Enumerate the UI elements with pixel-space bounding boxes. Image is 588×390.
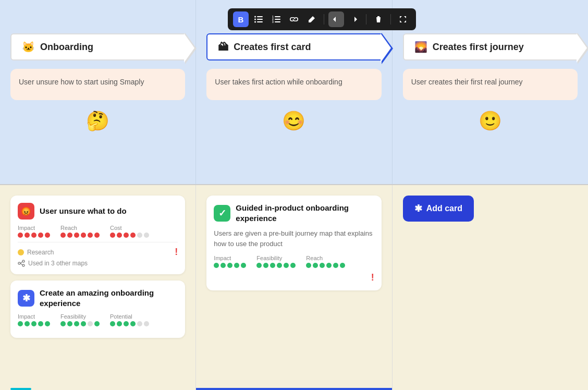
- dot: [88, 233, 93, 238]
- dot: [38, 321, 43, 326]
- desc-box-onboarding: User unsure how to start using Smaply: [10, 69, 185, 100]
- tag-dot-yellow: [18, 249, 24, 255]
- dot: [124, 321, 129, 326]
- tag-research: Research: [18, 249, 54, 256]
- metric-impact-guided: Impact: [214, 255, 246, 268]
- dot: [284, 263, 289, 268]
- svg-point-12: [18, 262, 20, 264]
- toolbar-divider-1: [324, 14, 324, 25]
- dot: [24, 233, 30, 238]
- add-card-button[interactable]: ✱ Add card: [403, 196, 474, 222]
- dot: [67, 233, 72, 238]
- metric-potential-amazing: Potential: [110, 313, 149, 326]
- emoji-creates-first-card: 😊: [206, 100, 381, 142]
- svg-rect-8: [275, 21, 280, 22]
- dot: [333, 263, 338, 268]
- dot: [277, 263, 282, 268]
- tag-label-research: Research: [27, 249, 54, 256]
- dot: [45, 233, 50, 238]
- dot: [290, 263, 296, 268]
- used-in-label: Used in 3 other maps: [18, 260, 178, 267]
- guided-desc-text: Users are given a pre-built journey map …: [214, 228, 374, 249]
- bullet-list-button[interactable]: [251, 11, 266, 27]
- bottom-column-3: ✱ Add card: [393, 185, 588, 390]
- dot: [144, 321, 149, 326]
- metric-label-feasibility-guided: Feasibility: [256, 255, 296, 261]
- card-user-unsure[interactable]: 😡 User unsure what to do Impact: [10, 196, 185, 274]
- desc-text-onboarding: User unsure how to start using Smaply: [19, 78, 144, 86]
- emoji-creates-first-journey: 🙂: [403, 100, 578, 142]
- stage-title-creates-first-card: Creates first card: [234, 42, 311, 53]
- onboarding-icon: 🐱: [22, 41, 35, 53]
- exclamation-guided: !: [371, 272, 374, 283]
- desc-text-creates-first-journey: User creates their first real journey: [411, 78, 523, 86]
- dots-cost: [110, 233, 149, 238]
- column-onboarding: 🐱 Onboarding User unsure how to start us…: [0, 0, 196, 184]
- card-create-amazing-onboarding[interactable]: ✱ Create an amazing onboarding experienc…: [10, 281, 185, 338]
- dots-impact: [18, 233, 50, 238]
- dot: [31, 233, 36, 238]
- dot: [74, 233, 79, 238]
- dot: [18, 321, 23, 326]
- stage-header-onboarding[interactable]: 🐱 Onboarding: [10, 33, 185, 60]
- metric-label-feasibility-amazing: Feasibility: [60, 313, 100, 320]
- dot: [18, 233, 23, 238]
- svg-point-5: [254, 21, 256, 23]
- dot: [124, 233, 129, 238]
- dot: [340, 263, 345, 268]
- metrics-row-user-unsure: Impact Reach: [18, 225, 178, 238]
- dot: [227, 263, 232, 268]
- creates-first-card-icon: 🏔: [218, 41, 228, 53]
- dot: [270, 263, 275, 268]
- stage-header-creates-first-journey[interactable]: 🌄 Creates first journey: [403, 33, 578, 60]
- exclamation-icon: !: [175, 247, 178, 258]
- column-creates-first-journey: 🌄 Creates first journey User creates the…: [393, 0, 588, 184]
- dot: [117, 321, 122, 326]
- dot: [313, 263, 318, 268]
- dot: [137, 321, 142, 326]
- svg-text:3: 3: [272, 20, 274, 23]
- metrics-row-amazing: Impact Feasibility: [18, 313, 178, 326]
- stage-title-creates-first-journey: Creates first journey: [433, 42, 524, 53]
- dot: [110, 233, 115, 238]
- dot: [38, 233, 43, 238]
- svg-line-16: [20, 263, 22, 265]
- link-button[interactable]: [286, 11, 302, 27]
- metric-reach-guided: Reach: [306, 255, 345, 268]
- delete-button[interactable]: [371, 11, 386, 27]
- dot: [45, 321, 50, 326]
- metric-reach: Reach: [60, 225, 100, 238]
- dot: [234, 263, 239, 268]
- dot: [81, 233, 86, 238]
- dot: [60, 233, 66, 238]
- back-button[interactable]: [328, 11, 344, 27]
- dot: [256, 263, 262, 268]
- metrics-row-guided: Impact Feasibility: [214, 255, 374, 268]
- dot: [74, 321, 79, 326]
- metric-feasibility-guided: Feasibility: [256, 255, 296, 268]
- bold-button[interactable]: B: [233, 11, 249, 27]
- expand-button[interactable]: [395, 11, 411, 27]
- stage-header-creates-first-card[interactable]: 🏔 Creates first card: [206, 33, 381, 60]
- dot: [306, 263, 311, 268]
- metric-impact: Impact: [18, 225, 50, 238]
- dots-potential-amazing: [110, 321, 149, 326]
- card-header-guided: ✓ Guided in-product onboarding experienc…: [214, 203, 374, 223]
- card-header-amazing: ✱ Create an amazing onboarding experienc…: [18, 288, 178, 308]
- metric-label-impact-amazing: Impact: [18, 313, 50, 320]
- svg-point-3: [254, 16, 256, 18]
- dot: [81, 321, 86, 326]
- card-header-user-unsure: 😡 User unsure what to do: [18, 203, 178, 220]
- metric-label-reach: Reach: [60, 225, 100, 231]
- dot: [326, 263, 332, 268]
- dot: [320, 263, 325, 268]
- ordered-list-button[interactable]: 123: [268, 11, 284, 27]
- blue-border-col2: [196, 388, 391, 390]
- highlight-button[interactable]: [304, 11, 320, 27]
- svg-rect-6: [275, 16, 280, 17]
- forward-button[interactable]: [346, 11, 362, 27]
- card-guided-onboarding[interactable]: ✓ Guided in-product onboarding experienc…: [206, 196, 381, 290]
- dot: [220, 263, 226, 268]
- metric-label-reach-guided: Reach: [306, 255, 345, 261]
- metric-label-potential-amazing: Potential: [110, 313, 149, 320]
